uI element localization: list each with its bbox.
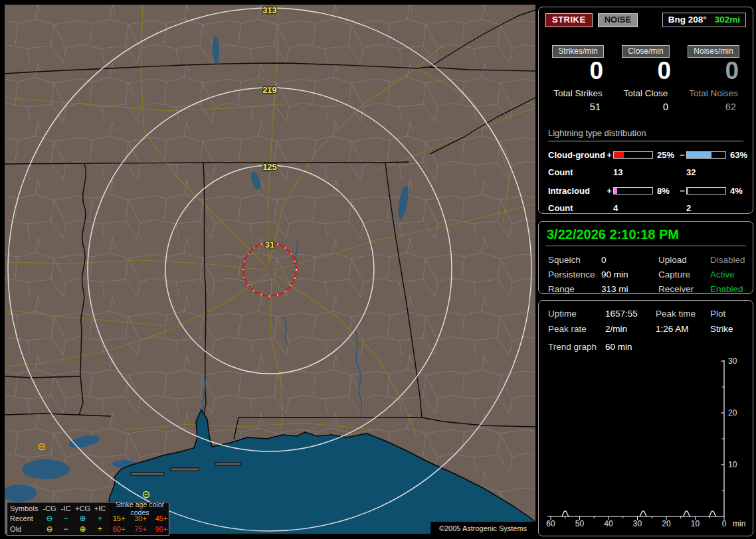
noises-column: Noises/min 0 Total Noises 62: [680, 45, 747, 112]
plus-icon: +: [92, 525, 108, 533]
receiver-label: Receiver: [658, 284, 710, 294]
svg-text:50: 50: [575, 519, 585, 528]
cg-negative-bar: [686, 151, 726, 159]
ring-label-313: 313: [262, 5, 277, 15]
age-60: 60+: [108, 525, 130, 533]
total-close-value: 0: [615, 102, 676, 112]
ic-negative-pct: 4%: [726, 186, 743, 196]
clock-panel: 3/22/2026 2:10:18 PM Squelch 0 Upload Di…: [538, 221, 753, 294]
circle-minus-icon: ⊖: [41, 525, 58, 533]
strikes-column: Strikes/min 0 Total Strikes 51: [544, 45, 612, 112]
minus-icon: −: [58, 525, 74, 533]
bearing-display: Bng 208° 302mi: [662, 13, 746, 27]
count-label: Count: [548, 203, 605, 213]
peak-rate-label: Peak rate: [548, 324, 605, 334]
persistence-label: Persistence: [548, 270, 601, 279]
legend-col-nic: -IC: [58, 504, 74, 512]
close-column: Close/min 0 Total Close 0: [612, 45, 680, 112]
minus-sign: −: [678, 150, 686, 160]
circle-plus-icon: ⊕: [74, 514, 92, 522]
receiver-status: Enabled: [710, 284, 745, 294]
noise-button[interactable]: NOISE: [598, 13, 638, 27]
svg-text:60: 60: [546, 519, 555, 528]
plus-icon: +: [92, 514, 108, 522]
cg-negative-pct: 63%: [726, 150, 747, 160]
circle-plus-icon: ⊕: [74, 525, 92, 533]
legend-age-header: Strike age color codes: [108, 501, 171, 516]
lightning-distribution: Lightning type distribution Cloud-ground…: [548, 128, 743, 213]
age-45: 45+: [151, 514, 171, 522]
plot-label: Plot: [710, 309, 743, 319]
stats-panel: STRIKE NOISE Bng 208° 302mi Strikes/min …: [538, 7, 753, 214]
svg-text:30: 30: [728, 356, 737, 366]
upload-label: Upload: [658, 255, 710, 265]
strike-button[interactable]: STRIKE: [545, 13, 593, 27]
trend-graph-label: Trend graph: [548, 342, 605, 352]
ring-label-31: 31: [265, 240, 274, 250]
bearing-value: Bng 208°: [668, 15, 707, 25]
persistence-value: 90 min: [601, 270, 658, 279]
plot-mode-value: Strike: [710, 324, 743, 334]
distribution-title: Lightning type distribution: [548, 128, 743, 141]
ic-negative-count: 2: [686, 203, 726, 213]
svg-text:min: min: [733, 519, 745, 528]
upload-status: Disabled: [710, 255, 745, 265]
ring-label-125: 125: [262, 162, 277, 172]
legend-recent-label: Recent: [10, 514, 41, 522]
squelch-label: Squelch: [548, 255, 601, 265]
ic-negative-bar: [686, 187, 726, 194]
noises-per-min-badge: Noises/min: [688, 45, 739, 58]
noises-per-min-value: 0: [683, 58, 744, 84]
cg-negative-count: 32: [686, 167, 726, 177]
map-area[interactable]: 313 219 125 31 Symbols -CG -IC +CG +IC S…: [5, 5, 535, 534]
age-30: 30+: [130, 514, 151, 522]
strikes-per-min-value: 0: [547, 58, 609, 84]
total-strikes-label: Total Strikes: [547, 88, 609, 98]
cg-positive-count: 13: [613, 167, 653, 177]
map-svg[interactable]: 313 219 125 31: [5, 5, 535, 534]
uptime-label: Uptime: [548, 309, 605, 319]
age-90: 90+: [151, 525, 171, 533]
age-75: 75+: [130, 525, 151, 533]
cg-positive-pct: 25%: [653, 150, 678, 160]
svg-text:30: 30: [633, 519, 642, 528]
peak-rate-value: 2/min: [605, 324, 656, 334]
cloud-ground-label: Cloud-ground: [548, 150, 605, 160]
svg-text:10: 10: [691, 519, 700, 528]
svg-text:20: 20: [728, 408, 737, 418]
status-grid: Uptime 1657:55 Peak time Plot Peak rate …: [539, 301, 753, 334]
legend-old-label: Old: [10, 525, 41, 533]
intracloud-row: Intracloud + 8% − 4%: [548, 186, 743, 196]
status-panel: Uptime 1657:55 Peak time Plot Peak rate …: [538, 300, 753, 536]
plus-sign: +: [605, 150, 613, 160]
svg-text:0: 0: [722, 519, 727, 528]
count-label: Count: [548, 167, 605, 177]
cg-positive-bar: [613, 151, 653, 159]
range-label: Range: [548, 284, 601, 294]
svg-text:20: 20: [662, 519, 671, 528]
legend-col-pcg: +CG: [74, 504, 92, 512]
intracloud-count-row: Count 4 2: [548, 203, 743, 213]
strikes-per-min-badge: Strikes/min: [552, 45, 603, 58]
legend-col-ncg: -CG: [41, 504, 58, 512]
peak-time-label: Peak time: [656, 309, 710, 319]
squelch-value: 0: [601, 255, 658, 265]
total-strikes-value: 51: [547, 102, 609, 112]
range-value: 313 mi: [601, 284, 658, 294]
svg-text:40: 40: [604, 519, 613, 528]
plus-sign: +: [605, 186, 613, 196]
age-15: 15+: [108, 514, 130, 522]
cloud-ground-count-row: Count 13 32: [548, 167, 743, 177]
svg-text:10: 10: [728, 460, 737, 469]
intracloud-label: Intracloud: [548, 186, 605, 196]
bearing-distance: 302mi: [715, 15, 740, 25]
close-per-min-badge: Close/min: [622, 45, 669, 58]
minus-sign: −: [678, 186, 686, 196]
trend-window-value: 60 min: [605, 342, 743, 352]
capture-status: Active: [710, 270, 745, 279]
ic-positive-count: 4: [613, 203, 653, 213]
close-per-min-value: 0: [615, 58, 676, 84]
total-noises-value: 62: [683, 102, 744, 112]
ring-label-219: 219: [262, 85, 277, 95]
circle-minus-icon: ⊖: [41, 514, 58, 522]
